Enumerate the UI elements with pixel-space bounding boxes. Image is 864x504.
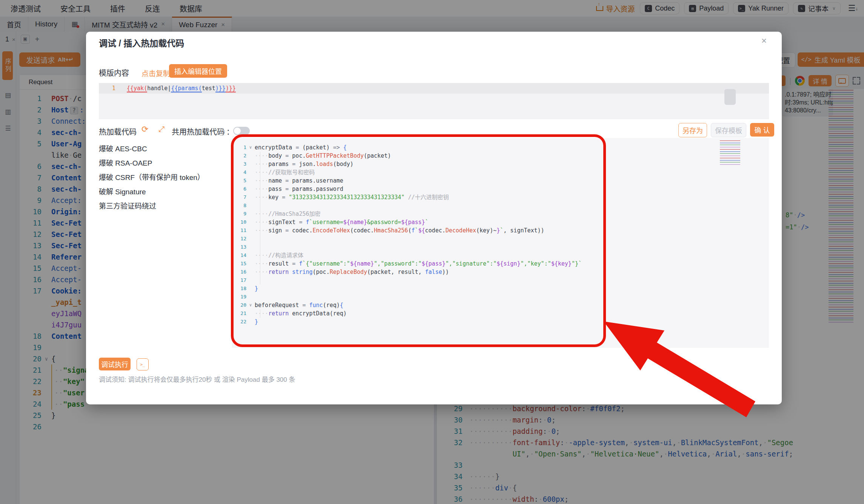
terminal-icon-button[interactable]: >_: [137, 358, 149, 370]
save-template-button[interactable]: 保存模板: [711, 123, 746, 137]
expand-icon[interactable]: ⤢: [158, 125, 164, 134]
hot-code-preset[interactable]: 第三方验证码绕过: [99, 199, 223, 214]
hot-code-preset[interactable]: 爆破 RSA-OAEP: [99, 156, 223, 171]
insert-editor-position-button[interactable]: 插入编辑器位置: [169, 64, 227, 78]
refresh-icon[interactable]: ⟳: [141, 124, 148, 134]
template-editor-scroll-thumb[interactable]: [724, 89, 736, 105]
info-icon[interactable]: i: [218, 128, 225, 135]
confirm-button[interactable]: 确 认: [750, 123, 774, 137]
hot-code-preset-list: 爆破 AES-CBC爆破 RSA-OAEP爆破 CSRF（带有保护用 token…: [99, 142, 223, 214]
debug-note: 调试须知: 调试执行将会仅最多执行20秒 或 渲染 Payload 最多 300…: [99, 374, 295, 384]
hot-editor-minimap[interactable]: [720, 140, 740, 165]
annotation-red-box: [231, 134, 606, 347]
modal-title: 调试 / 插入热加载代码: [99, 36, 184, 49]
template-code-line: {{yak(handle|{{params(test)}})}}: [115, 83, 769, 94]
debug-run-button[interactable]: 调试执行: [99, 358, 131, 370]
hot-code-label: 热加载代码: [99, 126, 137, 137]
share-hot-code-toggle[interactable]: [233, 127, 250, 135]
template-editor[interactable]: 1 {{yak(handle|{{params(test)}})}}: [99, 83, 769, 119]
save-as-button[interactable]: 另存为: [678, 123, 707, 137]
hot-code-preset[interactable]: 破解 Signature: [99, 185, 223, 199]
hot-code-preset[interactable]: 爆破 AES-CBC: [99, 142, 223, 156]
hot-code-preset[interactable]: 爆破 CSRF（带有保护用 token）: [99, 171, 223, 185]
copy-template-link[interactable]: 点击复制: [141, 68, 170, 78]
close-modal-icon[interactable]: ×: [761, 35, 767, 46]
template-content-label: 模版内容: [99, 67, 129, 78]
colon-label: ：: [226, 126, 234, 137]
share-hot-code-label: 共用热加载代码: [172, 126, 224, 137]
app-window: 渗透测试安全工具插件反连数据库 导入资源 CCodec▤Payload>_Yak…: [0, 0, 864, 504]
line-number: 1: [99, 83, 115, 94]
